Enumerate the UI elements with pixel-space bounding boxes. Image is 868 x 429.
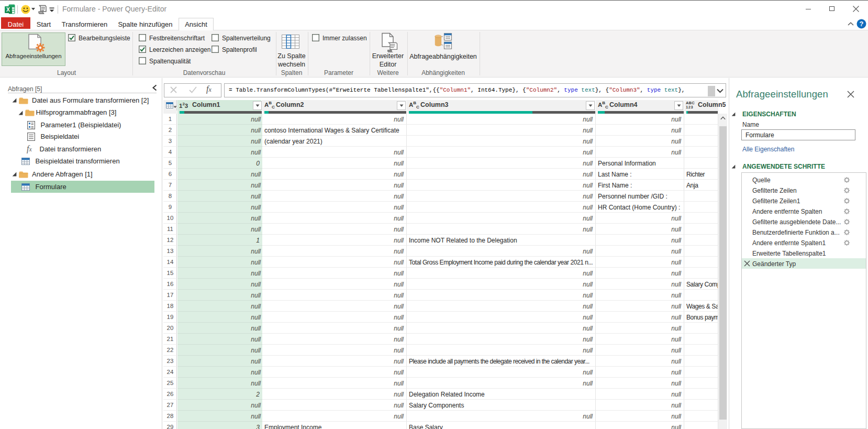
svg-text:?: ? xyxy=(860,20,864,28)
svg-text:X: X xyxy=(6,6,10,13)
